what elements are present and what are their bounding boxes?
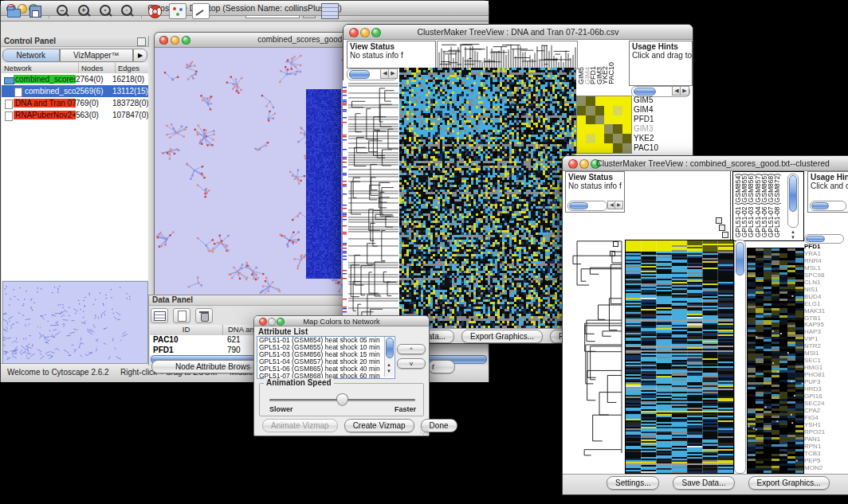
scroll-up-icon[interactable]: ▲	[387, 362, 391, 367]
matrix-cell	[622, 124, 631, 134]
treeview2-titlebar[interactable]: ClusterMaker TreeView : combined_scores_…	[563, 156, 848, 171]
usage-hints-title: Usage Hints	[630, 41, 692, 51]
map-colors-dialog: Map Colors to Network Attribute List GPL…	[253, 315, 430, 436]
matrix-cell	[586, 124, 595, 134]
matrix-cell	[586, 134, 595, 143]
matrix-cell	[586, 96, 595, 106]
matrix-cell	[604, 124, 613, 134]
heatmap-secondary[interactable]	[747, 248, 804, 474]
main-titlebar[interactable]: Cytoscape Desktop (Session Name: collins…	[1, 1, 489, 16]
matrix-cell	[577, 115, 586, 125]
dendro-node-glyph	[719, 225, 725, 231]
zoom-row-label: YKE2	[634, 134, 689, 143]
matrix-cell	[622, 106, 631, 115]
resize-grip[interactable]	[420, 427, 428, 435]
row-dendrogram[interactable]	[565, 240, 624, 471]
scroll-up-icon[interactable]: ▲	[791, 229, 795, 234]
matrix-cell	[595, 96, 604, 106]
hints-scrollbar[interactable]	[810, 201, 846, 211]
network-list-row[interactable]: RNAPuberNov2+563(0)107847(0)	[2, 109, 148, 121]
column-network[interactable]: Network	[2, 63, 79, 73]
export-graphics--button[interactable]: Export Graphics...	[461, 330, 543, 343]
table-icon[interactable]	[151, 308, 168, 323]
scroll-right-icon[interactable]: ▶	[388, 68, 398, 79]
network-overview-thumbnail[interactable]	[2, 281, 148, 364]
selection-strip[interactable]	[343, 80, 347, 327]
newdoc-icon[interactable]	[173, 308, 190, 323]
heatmap-main[interactable]	[625, 240, 734, 474]
column-label: GPL51-08 (GSM872)	[774, 174, 781, 237]
row-dendrogram[interactable]	[348, 80, 398, 327]
treeview1-title: ClusterMaker TreeView : DNA and Tran 07-…	[344, 27, 693, 37]
heatmap-vertical-scrollbar[interactable]	[734, 240, 746, 474]
zoom-out-icon[interactable]	[55, 4, 71, 18]
animate-vizmap-button[interactable]: Animate Vizmap	[262, 419, 338, 432]
edge-attribute-browser-tab-fragment[interactable]: r	[428, 360, 455, 373]
open-icon[interactable]	[6, 4, 22, 18]
create-vizmap-button[interactable]: Create Vizmap	[344, 419, 414, 432]
move-up-button[interactable]: ^	[397, 344, 426, 354]
matrix-cell	[604, 115, 613, 125]
scroll-right-icon[interactable]: ▶	[614, 201, 623, 209]
treeview-combined-window: ClusterMaker TreeView : combined_scores_…	[562, 155, 848, 495]
settings--button[interactable]: Settings...	[607, 476, 659, 490]
treeview1-titlebar[interactable]: ClusterMaker TreeView : DNA and Tran 07-…	[344, 25, 693, 40]
column-dendrogram[interactable]	[437, 41, 578, 69]
dialog-title: Map Colors to Network	[254, 317, 429, 326]
annotation-icon[interactable]	[192, 3, 210, 19]
dendro-node-glyph	[722, 232, 728, 238]
matrix-cell	[577, 96, 586, 106]
status-welcome: Welcome to Cytoscape 2.6.2	[7, 368, 109, 377]
network-list-row[interactable]: combined_scores2764(0)16218(0)	[2, 73, 148, 85]
row-value: 621	[222, 335, 241, 346]
save-icon[interactable]	[27, 4, 43, 18]
dialog-titlebar[interactable]: Map Colors to Network	[254, 316, 429, 326]
table-icon[interactable]	[321, 3, 339, 19]
view-status-text: No status info f	[347, 51, 435, 60]
zoom-in-icon[interactable]	[77, 4, 92, 18]
matrix-cell	[613, 115, 622, 125]
help-icon[interactable]	[147, 4, 163, 18]
faster-label: Faster	[395, 405, 416, 413]
matrix-cell	[613, 134, 622, 143]
network-list-row[interactable]: combined_sco2569(6)13112(15)	[2, 85, 148, 97]
labels-scrollbar[interactable]	[787, 174, 799, 228]
scroll-right-icon[interactable]: ▶	[680, 86, 689, 96]
zoom-fit-icon[interactable]	[120, 4, 135, 18]
network-edges: 13112(15)	[112, 87, 148, 96]
tab-vizmapper-[interactable]: VizMapper™	[60, 49, 133, 62]
usage-hints-box: Usage Hints Click and drag	[807, 171, 848, 213]
column-edges[interactable]: Edges	[116, 63, 148, 73]
zoom-selected-icon[interactable]	[98, 4, 114, 18]
network-list-row[interactable]: DNA and Tran 07769(0)183728(0)	[2, 97, 148, 109]
zoom-row-labels: GIM5GIM4PFD1GIM3YKE2PAC10	[634, 96, 689, 154]
document-icon	[14, 88, 23, 96]
scroll-down-icon[interactable]: ▼	[387, 369, 391, 373]
view-status-box: View Status No status info f	[347, 41, 436, 68]
view-status-title: View Status	[347, 41, 435, 51]
matrix-cell	[595, 115, 604, 125]
tab-network[interactable]: Network	[2, 49, 60, 62]
column-nodes[interactable]: Nodes	[79, 63, 116, 73]
scroll-down-icon[interactable]: ▼	[791, 235, 795, 240]
zoom-row-label: GIM4	[634, 105, 689, 115]
save-data--button[interactable]: Save Data...	[673, 476, 734, 490]
delete-icon[interactable]	[195, 308, 213, 323]
zoom-column-label: PAC10	[608, 62, 615, 84]
column-id[interactable]: ID	[150, 325, 223, 335]
float-panel-icon[interactable]	[137, 37, 146, 46]
move-down-button[interactable]: v	[397, 358, 426, 369]
heatmap-main[interactable]	[399, 68, 576, 329]
status-scrollbar[interactable]	[567, 201, 607, 211]
attribute-list-scrollbar[interactable]: ▲ ▼	[384, 337, 394, 377]
vizmapper-icon[interactable]	[169, 3, 186, 19]
network-list: combined_scores2764(0)16218(0)combined_s…	[2, 73, 148, 280]
main-window-title: Cytoscape Desktop (Session Name: collins…	[1, 3, 489, 13]
tab-overflow-arrow[interactable]: ▶	[133, 49, 147, 62]
usage-hints-box: Usage Hints Click and drag to	[629, 41, 693, 86]
gene-list-scrollbar[interactable]	[804, 234, 844, 244]
slower-label: Slower	[269, 405, 293, 413]
network-nodes: 769(0)	[76, 99, 112, 107]
export-graphics--button[interactable]: Export Graphics...	[748, 476, 830, 490]
view-status-title: View Status	[566, 172, 624, 182]
